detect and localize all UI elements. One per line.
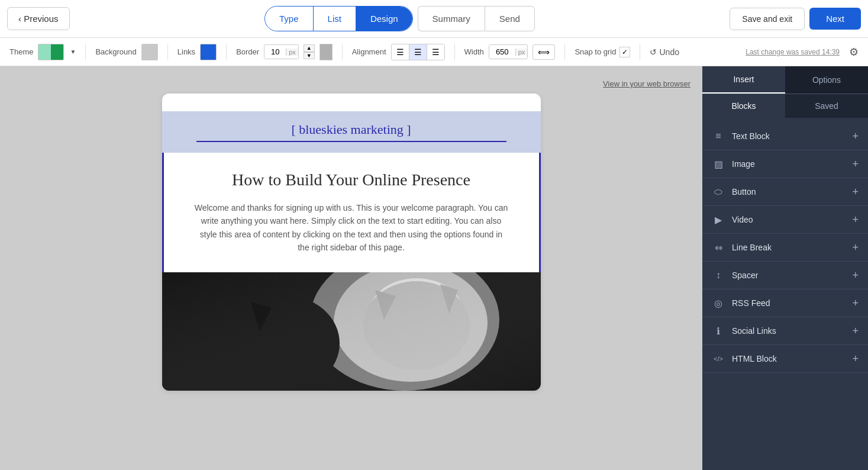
blocks-saved-tabs: Blocks Saved [702,94,868,118]
nav-right: Save and exit Next [730,8,861,30]
previous-button[interactable]: ‹ Previous [7,7,70,30]
save-status[interactable]: Last change was saved 14:39 [746,48,840,56]
border-input[interactable] [264,45,286,59]
theme-label: Theme [9,47,33,56]
links-swatch[interactable] [200,44,217,60]
view-in-browser-link[interactable]: View in your web browser [603,79,690,88]
tab-saved[interactable]: Saved [785,94,868,118]
email-header-text: [ blueskies marketing ] [173,122,530,137]
top-nav: ‹ Previous Type List Design Summary Send… [0,0,868,38]
save-exit-button[interactable]: Save and exit [730,8,805,30]
tab-type[interactable]: Type [265,7,314,31]
block-item-image[interactable]: ▨ Image + [702,150,868,178]
alignment-group: Alignment ☰ ☰ ☰ [352,44,445,60]
border-stepper: ▲ ▼ [304,44,315,60]
block-item-left: ⬭ Button [712,185,756,198]
video-icon: ▶ [712,213,725,226]
spacer-add-btn[interactable]: + [852,270,859,281]
divider-2 [167,44,168,60]
block-item-social-links[interactable]: ℹ Social Links + [702,317,868,345]
block-item-spacer[interactable]: ↕ Spacer + [702,262,868,289]
right-sidebar: Insert Options Blocks Saved ≡ Text Block… [702,66,868,470]
social-links-add-btn[interactable]: + [852,326,859,336]
block-item-video[interactable]: ▶ Video + [702,206,868,234]
background-group: Background [95,44,157,60]
divider-1 [85,44,86,60]
block-item-html-block[interactable]: </> HTML Block + [702,345,868,373]
email-header[interactable]: [ blueskies marketing ] [162,111,541,153]
theme-dropdown-arrow[interactable]: ▼ [70,49,76,55]
border-input-wrap: px [264,44,299,59]
nav-center: Type List Design Summary Send [264,6,535,31]
align-center-btn[interactable]: ☰ [409,44,427,60]
tab-insert[interactable]: Insert [702,66,785,94]
align-buttons: ☰ ☰ ☰ [391,44,445,60]
line-break-label: Line Break [732,243,772,252]
background-swatch[interactable] [141,44,158,60]
tab-blocks[interactable]: Blocks [702,94,785,118]
divider-7 [640,44,640,60]
spacer-icon: ↕ [712,269,725,282]
next-button[interactable]: Next [809,8,861,30]
button-label: Button [732,187,756,197]
email-canvas: [ blueskies marketing ] How to Build You… [162,94,541,391]
block-item-line-break[interactable]: ⇔ Line Break + [702,234,868,262]
border-up-btn[interactable]: ▲ [304,44,315,52]
tab-summary[interactable]: Summary [418,6,485,31]
tab-list[interactable]: List [314,7,356,31]
width-group: Width px ⟺ [464,44,556,60]
alignment-label: Alignment [352,47,386,56]
text-block-add-btn[interactable]: + [852,131,859,141]
nav-left: ‹ Previous [7,7,70,30]
view-in-browser: View in your web browser [12,78,690,89]
snap-group: Snap to grid ✓ [575,47,630,57]
expand-width-btn[interactable]: ⟺ [533,44,555,60]
email-body[interactable]: How to Build Your Online Presence Welcom… [162,153,541,272]
html-block-label: HTML Block [732,354,777,363]
button-add-btn[interactable]: + [852,186,859,197]
block-item-left: ↕ Spacer [712,269,758,282]
links-label: Links [178,47,195,56]
html-block-add-btn[interactable]: + [852,353,859,364]
snap-checkbox[interactable]: ✓ [619,47,630,57]
align-right-btn[interactable]: ☰ [427,44,444,60]
tab-send[interactable]: Send [485,6,535,31]
tab-design[interactable]: Design [356,7,412,31]
line-break-icon: ⇔ [712,241,725,254]
undo-label: Undo [659,47,679,57]
align-left-btn[interactable]: ☰ [392,44,409,60]
block-item-left: ◎ RSS Feed [712,297,770,310]
video-add-btn[interactable]: + [852,214,859,225]
email-top-bar [162,94,541,111]
rss-feed-add-btn[interactable]: + [852,298,859,308]
border-down-btn[interactable]: ▼ [304,52,315,60]
border-label: Border [236,47,259,56]
block-item-text-block[interactable]: ≡ Text Block + [702,123,868,150]
line-break-add-btn[interactable]: + [852,242,859,253]
settings-button[interactable]: ⚙ [849,46,859,59]
text-block-icon: ≡ [712,130,725,143]
border-unit: px [286,49,298,56]
divider-4 [342,44,343,60]
html-block-icon: </> [712,352,725,365]
block-item-left: ℹ Social Links [712,324,776,337]
border-color-swatch[interactable] [320,44,333,60]
block-item-rss-feed[interactable]: ◎ RSS Feed + [702,289,868,317]
theme-swatch[interactable] [38,44,64,60]
canvas-area: View in your web browser [ blueskies mar… [0,66,702,470]
block-item-left: ▶ Video [712,213,753,226]
divider-3 [226,44,227,60]
links-group: Links [178,44,217,60]
theme-group: Theme ▼ [9,44,76,60]
tab-options[interactable]: Options [785,66,868,94]
image-label: Image [732,159,755,169]
undo-button[interactable]: ↺ Undo [650,47,679,57]
background-label: Background [95,47,136,56]
block-item-button[interactable]: ⬭ Button + [702,178,868,206]
width-input[interactable] [489,45,515,59]
email-image-section[interactable] [162,272,541,391]
image-add-btn[interactable]: + [852,159,859,169]
width-unit: px [515,49,528,56]
main-layout: View in your web browser [ blueskies mar… [0,66,868,470]
video-label: Video [732,215,753,224]
